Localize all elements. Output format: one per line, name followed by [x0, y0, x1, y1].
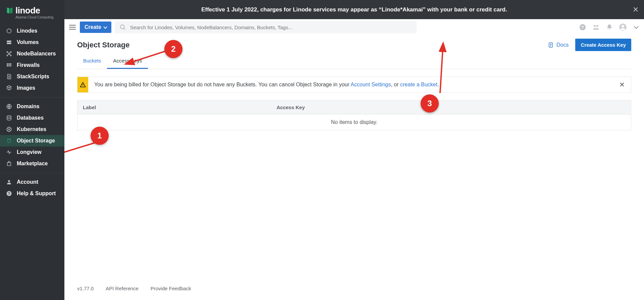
menu-toggle-button[interactable] [68, 23, 76, 31]
create-bucket-link[interactable]: create a Bucket [400, 82, 437, 87]
svg-point-7 [7, 55, 8, 56]
sidebar-item-label: Images [17, 85, 35, 91]
sidebar-item-label: Help & Support [17, 190, 56, 197]
sidebar-item-domains[interactable]: Domains [0, 101, 64, 112]
svg-point-5 [7, 51, 8, 52]
search-input[interactable] [129, 24, 412, 31]
sidebar-item-databases[interactable]: Databases [0, 112, 64, 124]
sidebar-item-label: Volumes [17, 39, 39, 45]
column-access-key: Access Key [271, 100, 465, 114]
tabs: Buckets Access Keys [77, 53, 631, 69]
cube-icon [6, 28, 12, 34]
sidebar-item-label: Domains [17, 103, 40, 110]
sidebar-item-linodes[interactable]: Linodes [0, 25, 64, 37]
sidebar-item-marketplace[interactable]: Marketplace [0, 158, 64, 169]
account-chevron[interactable] [633, 24, 640, 31]
create-button[interactable]: Create [80, 22, 111, 33]
brand-name: linode [15, 5, 40, 15]
tab-buckets[interactable]: Buckets [77, 53, 107, 69]
svg-point-21 [120, 25, 124, 29]
alert-close-button[interactable]: ✕ [613, 81, 631, 89]
svg-point-15 [7, 116, 11, 117]
banner-close-button[interactable]: ✕ [633, 5, 639, 14]
footer-api-reference[interactable]: API Reference [106, 286, 139, 291]
warning-icon [77, 77, 88, 92]
sidebar-item-kubernetes[interactable]: Kubernetes [0, 124, 64, 135]
svg-point-18 [8, 180, 10, 182]
top-bar: Create ? [64, 19, 644, 35]
svg-rect-3 [7, 43, 11, 44]
script-icon [6, 74, 12, 80]
help-icon: ? [6, 190, 12, 197]
sidebar-item-account[interactable]: Account [0, 176, 64, 188]
avatar-button[interactable] [619, 24, 627, 31]
page-title: Object Storage [77, 41, 129, 49]
sidebar-item-label: Object Storage [17, 138, 55, 144]
svg-rect-11 [7, 65, 8, 67]
search-icon [119, 24, 126, 31]
svg-point-8 [10, 55, 11, 56]
footer-provide-feedback[interactable]: Provide Feedback [151, 286, 191, 291]
sidebar-item-longview[interactable]: Longview [0, 146, 64, 158]
main: Effective 1 July 2022, charges for Linod… [64, 0, 644, 300]
column-label: Label [77, 100, 271, 114]
svg-text:?: ? [581, 25, 584, 30]
logo[interactable]: linode Akamai Cloud Computing [0, 0, 64, 22]
user-icon [6, 179, 12, 185]
svg-rect-10 [9, 63, 11, 65]
sidebar-item-object-storage[interactable]: Object Storage [0, 135, 64, 146]
svg-point-17 [9, 129, 10, 130]
account-settings-link[interactable]: Account Settings [351, 82, 391, 87]
svg-text:?: ? [8, 191, 10, 196]
svg-line-29 [64, 142, 97, 155]
banner-text: Effective 1 July 2022, charges for Linod… [201, 6, 507, 13]
billing-alert: You are being billed for Object Storage … [77, 77, 631, 93]
search-wrap[interactable] [115, 21, 417, 33]
svg-rect-2 [7, 41, 11, 42]
sidebar: linode Akamai Cloud Computing Linodes Vo… [0, 0, 64, 300]
docs-link[interactable]: Docs [548, 42, 569, 48]
sidebar-group-compute: Linodes Volumes NodeBalancers Firewalls … [0, 22, 64, 97]
sidebar-item-nodebalancers[interactable]: NodeBalancers [0, 48, 64, 59]
database-icon [6, 115, 12, 121]
sidebar-item-volumes[interactable]: Volumes [0, 37, 64, 48]
sidebar-item-label: NodeBalancers [17, 51, 56, 57]
sidebar-item-help[interactable]: ?Help & Support [0, 188, 64, 199]
bag-icon [6, 161, 12, 167]
brand-tagline: Akamai Cloud Computing [15, 15, 58, 19]
svg-marker-0 [7, 8, 9, 13]
svg-point-25 [596, 25, 598, 27]
alert-pre: You are being billed for Object Storage … [94, 82, 351, 87]
announcement-banner: Effective 1 July 2022, charges for Linod… [64, 0, 644, 19]
column-spacer [465, 100, 631, 114]
docs-label: Docs [556, 42, 569, 48]
globe-icon [6, 103, 12, 110]
logo-icon [6, 7, 13, 14]
access-keys-table: Label Access Key No items to display. [77, 100, 631, 130]
tab-access-keys[interactable]: Access Keys [107, 53, 148, 69]
alert-post: . [437, 82, 439, 87]
page-header-actions: Docs Create Access Key [548, 39, 631, 51]
footer-version: v1.77.0 [77, 286, 94, 291]
page-header: Object Storage Docs Create Access Key [77, 39, 631, 51]
footer: v1.77.0 API Reference Provide Feedback [64, 277, 644, 300]
sidebar-item-label: Marketplace [17, 161, 48, 167]
svg-point-24 [594, 25, 596, 27]
balance-icon [6, 51, 12, 57]
chevron-down-icon [634, 24, 639, 29]
svg-marker-1 [10, 8, 12, 13]
table-header: Label Access Key [77, 100, 631, 114]
sidebar-item-firewalls[interactable]: Firewalls [0, 59, 64, 71]
help-button[interactable]: ? [579, 24, 586, 31]
create-access-key-button[interactable]: Create Access Key [575, 39, 631, 51]
sidebar-item-label: Longview [17, 149, 42, 155]
sidebar-item-images[interactable]: Images [0, 82, 64, 94]
community-button[interactable] [592, 24, 600, 31]
sidebar-item-stackscripts[interactable]: StackScripts [0, 71, 64, 82]
sidebar-item-label: StackScripts [17, 74, 49, 80]
sidebar-item-label: Firewalls [17, 62, 40, 68]
svg-rect-13 [10, 65, 11, 67]
create-label: Create [85, 24, 101, 30]
notifications-button[interactable] [606, 24, 613, 31]
sidebar-item-label: Account [17, 179, 38, 185]
